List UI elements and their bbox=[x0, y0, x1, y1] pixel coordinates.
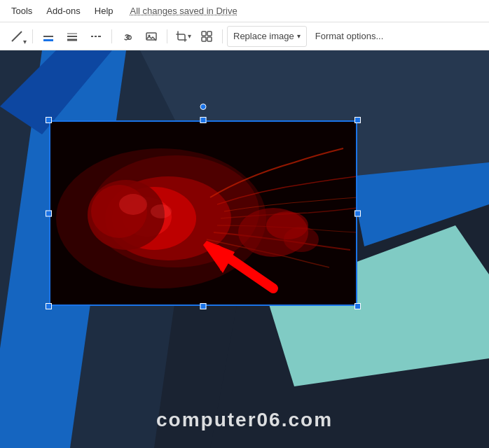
toolbar: ▾ bbox=[0, 22, 489, 50]
replace-image-label: Replace image bbox=[233, 31, 294, 41]
divider-3 bbox=[167, 29, 167, 43]
crop-button[interactable]: ▾ bbox=[172, 26, 194, 47]
save-status: All changes saved in Drive bbox=[130, 6, 237, 16]
handle-middle-right[interactable] bbox=[354, 210, 361, 216]
selected-image bbox=[49, 120, 357, 306]
selected-image-container[interactable] bbox=[49, 120, 357, 306]
border-dash-button[interactable] bbox=[85, 26, 107, 47]
border-color-button[interactable] bbox=[37, 26, 60, 47]
svg-rect-13 bbox=[202, 37, 206, 41]
svg-point-31 bbox=[119, 194, 147, 215]
handle-top-center[interactable] bbox=[200, 117, 207, 123]
divider-1 bbox=[32, 29, 33, 43]
handle-middle-left[interactable] bbox=[46, 210, 52, 216]
svg-rect-12 bbox=[207, 31, 212, 36]
menu-addons[interactable]: Add-ons bbox=[41, 3, 85, 19]
replace-image-dropdown-icon: ▾ bbox=[297, 32, 301, 40]
handle-top-right[interactable] bbox=[354, 117, 361, 123]
watermark: computer06.com bbox=[0, 409, 489, 431]
svg-rect-11 bbox=[202, 31, 206, 36]
format-options-label: Format options... bbox=[315, 31, 384, 41]
rotate-handle[interactable] bbox=[200, 104, 207, 110]
menu-bar: Tools Add-ons Help All changes saved in … bbox=[0, 0, 489, 22]
handle-bottom-center[interactable] bbox=[200, 303, 207, 309]
svg-rect-14 bbox=[207, 37, 212, 41]
svg-line-0 bbox=[12, 31, 22, 41]
line-tool-button[interactable]: ▾ bbox=[6, 26, 28, 47]
svg-rect-2 bbox=[43, 39, 53, 41]
menu-tools[interactable]: Tools bbox=[6, 3, 38, 19]
canvas-area[interactable]: computer06.com bbox=[0, 50, 489, 448]
replace-image-button[interactable]: Replace image ▾ bbox=[227, 26, 307, 47]
svg-point-35 bbox=[284, 227, 319, 252]
handle-bottom-right[interactable] bbox=[354, 303, 361, 309]
format-options-button[interactable]: Format options... bbox=[308, 26, 391, 47]
divider-4 bbox=[222, 29, 223, 43]
adjust-button[interactable] bbox=[195, 26, 218, 47]
border-weight-button[interactable] bbox=[61, 26, 83, 47]
handle-bottom-left[interactable] bbox=[46, 303, 52, 309]
handle-top-left[interactable] bbox=[46, 117, 52, 123]
menu-help[interactable]: Help bbox=[89, 3, 119, 19]
alt-text-button[interactable] bbox=[140, 26, 163, 47]
link-button[interactable] bbox=[116, 26, 139, 47]
svg-point-32 bbox=[151, 204, 172, 218]
divider-2 bbox=[111, 29, 112, 43]
